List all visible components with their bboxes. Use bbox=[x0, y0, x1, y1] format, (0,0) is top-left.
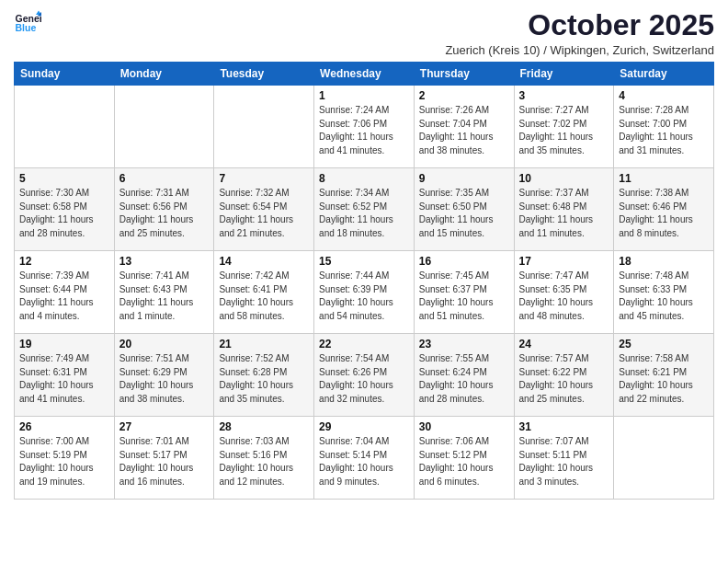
calendar-cell bbox=[614, 417, 714, 500]
week-row-4: 19Sunrise: 7:49 AM Sunset: 6:31 PM Dayli… bbox=[15, 334, 714, 417]
calendar-cell: 12Sunrise: 7:39 AM Sunset: 6:44 PM Dayli… bbox=[15, 251, 115, 334]
logo: General Blue bbox=[14, 9, 41, 37]
cell-date: 8 bbox=[319, 172, 409, 185]
calendar-cell: 26Sunrise: 7:00 AM Sunset: 5:19 PM Dayli… bbox=[15, 417, 115, 500]
cell-info: Sunrise: 7:27 AM Sunset: 7:02 PM Dayligh… bbox=[519, 104, 609, 157]
cell-info: Sunrise: 7:03 AM Sunset: 5:16 PM Dayligh… bbox=[219, 435, 309, 488]
cell-date: 18 bbox=[619, 255, 709, 268]
calendar-cell: 14Sunrise: 7:42 AM Sunset: 6:41 PM Dayli… bbox=[214, 251, 314, 334]
cell-date: 30 bbox=[419, 420, 509, 433]
cell-date: 23 bbox=[419, 338, 509, 350]
cell-info: Sunrise: 7:30 AM Sunset: 6:58 PM Dayligh… bbox=[19, 187, 109, 240]
cell-info: Sunrise: 7:32 AM Sunset: 6:54 PM Dayligh… bbox=[219, 187, 309, 240]
calendar-cell: 6Sunrise: 7:31 AM Sunset: 6:56 PM Daylig… bbox=[114, 168, 214, 251]
cell-date: 29 bbox=[319, 420, 409, 433]
calendar-cell bbox=[214, 86, 314, 168]
cell-info: Sunrise: 7:24 AM Sunset: 7:06 PM Dayligh… bbox=[319, 104, 409, 157]
cell-info: Sunrise: 7:52 AM Sunset: 6:28 PM Dayligh… bbox=[219, 352, 309, 406]
cell-date: 17 bbox=[519, 255, 609, 268]
cell-date: 19 bbox=[19, 338, 109, 350]
cell-date: 20 bbox=[119, 338, 210, 350]
header-row: SundayMondayTuesdayWednesdayThursdayFrid… bbox=[15, 63, 714, 86]
day-header-saturday: Saturday bbox=[614, 63, 714, 86]
cell-info: Sunrise: 7:41 AM Sunset: 6:43 PM Dayligh… bbox=[119, 270, 210, 323]
header: General Blue October 2025 Zuerich (Kreis… bbox=[14, 9, 714, 57]
cell-date: 12 bbox=[19, 255, 109, 268]
cell-info: Sunrise: 7:01 AM Sunset: 5:17 PM Dayligh… bbox=[119, 435, 210, 488]
cell-info: Sunrise: 7:44 AM Sunset: 6:39 PM Dayligh… bbox=[319, 270, 409, 323]
calendar-cell: 20Sunrise: 7:51 AM Sunset: 6:29 PM Dayli… bbox=[114, 334, 214, 417]
cell-date: 5 bbox=[19, 172, 109, 185]
calendar-cell: 24Sunrise: 7:57 AM Sunset: 6:22 PM Dayli… bbox=[514, 334, 614, 417]
calendar-cell bbox=[114, 86, 214, 168]
cell-date: 26 bbox=[19, 420, 109, 433]
calendar-cell: 18Sunrise: 7:48 AM Sunset: 6:33 PM Dayli… bbox=[614, 251, 714, 334]
cell-info: Sunrise: 7:38 AM Sunset: 6:46 PM Dayligh… bbox=[619, 187, 709, 240]
calendar-cell: 10Sunrise: 7:37 AM Sunset: 6:48 PM Dayli… bbox=[514, 168, 614, 251]
cell-info: Sunrise: 7:55 AM Sunset: 6:24 PM Dayligh… bbox=[419, 352, 509, 406]
calendar-cell: 29Sunrise: 7:04 AM Sunset: 5:14 PM Dayli… bbox=[314, 417, 415, 500]
cell-date: 13 bbox=[119, 255, 210, 268]
svg-text:Blue: Blue bbox=[16, 22, 37, 33]
day-header-sunday: Sunday bbox=[15, 63, 115, 86]
cell-date: 6 bbox=[119, 172, 210, 185]
calendar-cell: 16Sunrise: 7:45 AM Sunset: 6:37 PM Dayli… bbox=[414, 251, 514, 334]
calendar-cell: 27Sunrise: 7:01 AM Sunset: 5:17 PM Dayli… bbox=[114, 417, 214, 500]
cell-date: 14 bbox=[219, 255, 309, 268]
cell-info: Sunrise: 7:39 AM Sunset: 6:44 PM Dayligh… bbox=[19, 270, 109, 323]
cell-date: 11 bbox=[619, 172, 709, 185]
cell-info: Sunrise: 7:28 AM Sunset: 7:00 PM Dayligh… bbox=[619, 104, 709, 157]
cell-date: 25 bbox=[619, 338, 709, 350]
cell-date: 10 bbox=[519, 172, 609, 185]
cell-info: Sunrise: 7:06 AM Sunset: 5:12 PM Dayligh… bbox=[419, 435, 509, 488]
cell-date: 9 bbox=[419, 172, 509, 185]
week-row-1: 1Sunrise: 7:24 AM Sunset: 7:06 PM Daylig… bbox=[15, 86, 714, 168]
week-row-2: 5Sunrise: 7:30 AM Sunset: 6:58 PM Daylig… bbox=[15, 168, 714, 251]
calendar-cell: 28Sunrise: 7:03 AM Sunset: 5:16 PM Dayli… bbox=[214, 417, 314, 500]
calendar-cell: 9Sunrise: 7:35 AM Sunset: 6:50 PM Daylig… bbox=[414, 168, 514, 251]
month-title: October 2025 bbox=[445, 9, 714, 41]
calendar-table: SundayMondayTuesdayWednesdayThursdayFrid… bbox=[14, 62, 714, 500]
calendar-cell: 31Sunrise: 7:07 AM Sunset: 5:11 PM Dayli… bbox=[514, 417, 614, 500]
cell-info: Sunrise: 7:48 AM Sunset: 6:33 PM Dayligh… bbox=[619, 270, 709, 323]
calendar-cell: 4Sunrise: 7:28 AM Sunset: 7:00 PM Daylig… bbox=[614, 86, 714, 168]
subtitle: Zuerich (Kreis 10) / Wipkingen, Zurich, … bbox=[445, 43, 714, 57]
cell-date: 22 bbox=[319, 338, 409, 350]
cell-info: Sunrise: 7:45 AM Sunset: 6:37 PM Dayligh… bbox=[419, 270, 509, 323]
cell-date: 4 bbox=[619, 89, 709, 102]
week-row-3: 12Sunrise: 7:39 AM Sunset: 6:44 PM Dayli… bbox=[15, 251, 714, 334]
calendar-cell: 19Sunrise: 7:49 AM Sunset: 6:31 PM Dayli… bbox=[15, 334, 115, 417]
week-row-5: 26Sunrise: 7:00 AM Sunset: 5:19 PM Dayli… bbox=[15, 417, 714, 500]
cell-info: Sunrise: 7:00 AM Sunset: 5:19 PM Dayligh… bbox=[19, 435, 109, 488]
cell-date: 21 bbox=[219, 338, 309, 350]
cell-info: Sunrise: 7:34 AM Sunset: 6:52 PM Dayligh… bbox=[319, 187, 409, 240]
cell-date: 2 bbox=[419, 89, 509, 102]
calendar-cell: 30Sunrise: 7:06 AM Sunset: 5:12 PM Dayli… bbox=[414, 417, 514, 500]
calendar-cell: 1Sunrise: 7:24 AM Sunset: 7:06 PM Daylig… bbox=[314, 86, 415, 168]
cell-info: Sunrise: 7:58 AM Sunset: 6:21 PM Dayligh… bbox=[619, 352, 709, 406]
cell-date: 16 bbox=[419, 255, 509, 268]
calendar-cell: 21Sunrise: 7:52 AM Sunset: 6:28 PM Dayli… bbox=[214, 334, 314, 417]
logo-icon: General Blue bbox=[14, 9, 41, 37]
cell-date: 1 bbox=[319, 89, 409, 102]
cell-info: Sunrise: 7:07 AM Sunset: 5:11 PM Dayligh… bbox=[519, 435, 609, 488]
cell-date: 28 bbox=[219, 420, 309, 433]
cell-info: Sunrise: 7:31 AM Sunset: 6:56 PM Dayligh… bbox=[119, 187, 210, 240]
calendar-cell: 15Sunrise: 7:44 AM Sunset: 6:39 PM Dayli… bbox=[314, 251, 415, 334]
cell-info: Sunrise: 7:35 AM Sunset: 6:50 PM Dayligh… bbox=[419, 187, 509, 240]
cell-info: Sunrise: 7:04 AM Sunset: 5:14 PM Dayligh… bbox=[319, 435, 409, 488]
cell-info: Sunrise: 7:37 AM Sunset: 6:48 PM Dayligh… bbox=[519, 187, 609, 240]
cell-info: Sunrise: 7:49 AM Sunset: 6:31 PM Dayligh… bbox=[19, 352, 109, 406]
cell-info: Sunrise: 7:42 AM Sunset: 6:41 PM Dayligh… bbox=[219, 270, 309, 323]
calendar-cell: 11Sunrise: 7:38 AM Sunset: 6:46 PM Dayli… bbox=[614, 168, 714, 251]
day-header-tuesday: Tuesday bbox=[214, 63, 314, 86]
day-header-thursday: Thursday bbox=[414, 63, 514, 86]
cell-info: Sunrise: 7:47 AM Sunset: 6:35 PM Dayligh… bbox=[519, 270, 609, 323]
day-header-wednesday: Wednesday bbox=[314, 63, 415, 86]
calendar-cell: 25Sunrise: 7:58 AM Sunset: 6:21 PM Dayli… bbox=[614, 334, 714, 417]
title-area: October 2025 Zuerich (Kreis 10) / Wipkin… bbox=[445, 9, 714, 57]
cell-date: 31 bbox=[519, 420, 609, 433]
cell-info: Sunrise: 7:26 AM Sunset: 7:04 PM Dayligh… bbox=[419, 104, 509, 157]
calendar-cell: 17Sunrise: 7:47 AM Sunset: 6:35 PM Dayli… bbox=[514, 251, 614, 334]
cell-date: 24 bbox=[519, 338, 609, 350]
